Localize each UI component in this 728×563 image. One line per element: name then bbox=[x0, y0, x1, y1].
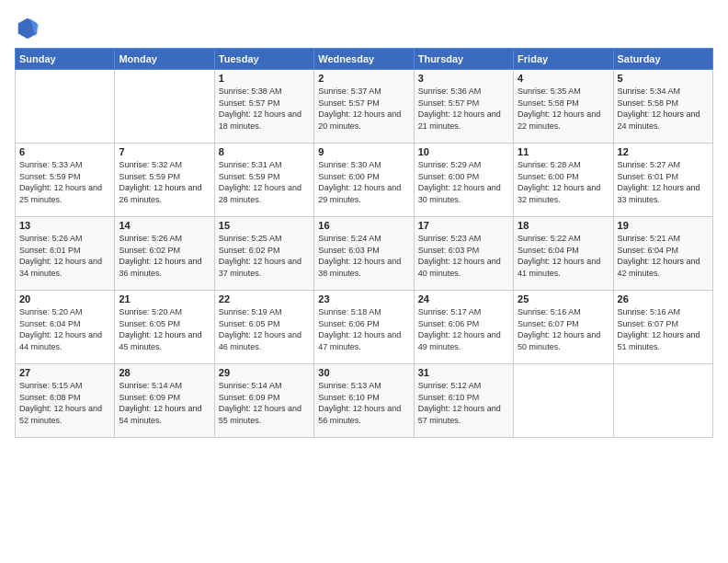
day-info: Sunrise: 5:21 AMSunset: 6:04 PMDaylight:… bbox=[618, 233, 709, 279]
week-row-2: 6Sunrise: 5:33 AMSunset: 5:59 PMDaylight… bbox=[16, 144, 713, 217]
day-number: 24 bbox=[418, 293, 509, 304]
day-cell bbox=[16, 70, 115, 144]
day-number: 31 bbox=[418, 367, 509, 378]
logo-icon bbox=[15, 15, 40, 40]
day-info: Sunrise: 5:31 AMSunset: 5:59 PMDaylight:… bbox=[219, 159, 310, 205]
day-info: Sunrise: 5:22 AMSunset: 6:04 PMDaylight:… bbox=[518, 233, 609, 279]
day-info: Sunrise: 5:16 AMSunset: 6:07 PMDaylight:… bbox=[618, 306, 709, 352]
day-number: 7 bbox=[119, 146, 210, 157]
day-number: 9 bbox=[318, 146, 409, 157]
day-cell bbox=[613, 364, 712, 438]
day-number: 5 bbox=[618, 73, 709, 84]
day-cell: 15Sunrise: 5:25 AMSunset: 6:02 PMDayligh… bbox=[214, 217, 313, 291]
day-number: 8 bbox=[219, 146, 310, 157]
day-number: 22 bbox=[219, 293, 310, 304]
page: SundayMondayTuesdayWednesdayThursdayFrid… bbox=[0, 0, 728, 447]
calendar-table: SundayMondayTuesdayWednesdayThursdayFrid… bbox=[15, 48, 713, 438]
day-cell: 22Sunrise: 5:19 AMSunset: 6:05 PMDayligh… bbox=[214, 291, 313, 364]
day-cell: 30Sunrise: 5:13 AMSunset: 6:10 PMDayligh… bbox=[314, 364, 414, 438]
header bbox=[15, 15, 713, 40]
day-cell: 8Sunrise: 5:31 AMSunset: 5:59 PMDaylight… bbox=[214, 144, 313, 217]
day-info: Sunrise: 5:36 AMSunset: 5:57 PMDaylight:… bbox=[418, 86, 509, 132]
day-info: Sunrise: 5:29 AMSunset: 6:00 PMDaylight:… bbox=[418, 159, 509, 205]
day-number: 14 bbox=[119, 220, 210, 231]
day-number: 26 bbox=[618, 293, 709, 304]
day-cell: 26Sunrise: 5:16 AMSunset: 6:07 PMDayligh… bbox=[613, 291, 712, 364]
day-cell: 11Sunrise: 5:28 AMSunset: 6:00 PMDayligh… bbox=[514, 144, 613, 217]
day-cell: 21Sunrise: 5:20 AMSunset: 6:05 PMDayligh… bbox=[115, 291, 214, 364]
day-cell: 31Sunrise: 5:12 AMSunset: 6:10 PMDayligh… bbox=[414, 364, 513, 438]
day-number: 10 bbox=[418, 146, 509, 157]
day-cell bbox=[115, 70, 214, 144]
day-number: 6 bbox=[19, 146, 110, 157]
day-cell: 12Sunrise: 5:27 AMSunset: 6:01 PMDayligh… bbox=[613, 144, 712, 217]
day-info: Sunrise: 5:32 AMSunset: 5:59 PMDaylight:… bbox=[119, 159, 210, 205]
day-number: 4 bbox=[518, 73, 609, 84]
day-info: Sunrise: 5:35 AMSunset: 5:58 PMDaylight:… bbox=[518, 86, 609, 132]
day-cell: 7Sunrise: 5:32 AMSunset: 5:59 PMDaylight… bbox=[115, 144, 214, 217]
header-row: SundayMondayTuesdayWednesdayThursdayFrid… bbox=[16, 49, 713, 70]
day-number: 29 bbox=[219, 367, 310, 378]
header-day-monday: Monday bbox=[115, 49, 214, 70]
day-info: Sunrise: 5:38 AMSunset: 5:57 PMDaylight:… bbox=[219, 86, 310, 132]
day-number: 19 bbox=[618, 220, 709, 231]
header-day-thursday: Thursday bbox=[414, 49, 513, 70]
day-number: 28 bbox=[119, 367, 210, 378]
day-info: Sunrise: 5:34 AMSunset: 5:58 PMDaylight:… bbox=[618, 86, 709, 132]
day-cell: 5Sunrise: 5:34 AMSunset: 5:58 PMDaylight… bbox=[613, 70, 712, 144]
header-day-sunday: Sunday bbox=[16, 49, 115, 70]
day-info: Sunrise: 5:37 AMSunset: 5:57 PMDaylight:… bbox=[318, 86, 409, 132]
day-number: 12 bbox=[618, 146, 709, 157]
header-day-saturday: Saturday bbox=[613, 49, 712, 70]
header-day-tuesday: Tuesday bbox=[214, 49, 313, 70]
day-info: Sunrise: 5:18 AMSunset: 6:06 PMDaylight:… bbox=[318, 306, 409, 352]
day-number: 20 bbox=[19, 293, 110, 304]
day-cell: 13Sunrise: 5:26 AMSunset: 6:01 PMDayligh… bbox=[16, 217, 115, 291]
day-cell: 10Sunrise: 5:29 AMSunset: 6:00 PMDayligh… bbox=[414, 144, 513, 217]
day-info: Sunrise: 5:30 AMSunset: 6:00 PMDaylight:… bbox=[318, 159, 409, 205]
week-row-5: 27Sunrise: 5:15 AMSunset: 6:08 PMDayligh… bbox=[16, 364, 713, 438]
day-number: 23 bbox=[318, 293, 409, 304]
day-cell: 27Sunrise: 5:15 AMSunset: 6:08 PMDayligh… bbox=[16, 364, 115, 438]
day-cell: 29Sunrise: 5:14 AMSunset: 6:09 PMDayligh… bbox=[214, 364, 313, 438]
day-number: 3 bbox=[418, 73, 509, 84]
day-cell: 4Sunrise: 5:35 AMSunset: 5:58 PMDaylight… bbox=[514, 70, 613, 144]
day-number: 15 bbox=[219, 220, 310, 231]
day-number: 2 bbox=[318, 73, 409, 84]
day-cell: 25Sunrise: 5:16 AMSunset: 6:07 PMDayligh… bbox=[514, 291, 613, 364]
header-day-friday: Friday bbox=[514, 49, 613, 70]
day-info: Sunrise: 5:27 AMSunset: 6:01 PMDaylight:… bbox=[618, 159, 709, 205]
week-row-1: 1Sunrise: 5:38 AMSunset: 5:57 PMDaylight… bbox=[16, 70, 713, 144]
day-info: Sunrise: 5:16 AMSunset: 6:07 PMDaylight:… bbox=[518, 306, 609, 352]
day-number: 17 bbox=[418, 220, 509, 231]
day-number: 30 bbox=[318, 367, 409, 378]
day-cell bbox=[514, 364, 613, 438]
day-cell: 1Sunrise: 5:38 AMSunset: 5:57 PMDaylight… bbox=[214, 70, 313, 144]
day-cell: 6Sunrise: 5:33 AMSunset: 5:59 PMDaylight… bbox=[16, 144, 115, 217]
day-number: 11 bbox=[518, 146, 609, 157]
day-cell: 3Sunrise: 5:36 AMSunset: 5:57 PMDaylight… bbox=[414, 70, 513, 144]
logo bbox=[15, 15, 44, 40]
day-cell: 9Sunrise: 5:30 AMSunset: 6:00 PMDaylight… bbox=[314, 144, 414, 217]
day-cell: 19Sunrise: 5:21 AMSunset: 6:04 PMDayligh… bbox=[613, 217, 712, 291]
day-info: Sunrise: 5:28 AMSunset: 6:00 PMDaylight:… bbox=[518, 159, 609, 205]
day-info: Sunrise: 5:13 AMSunset: 6:10 PMDaylight:… bbox=[318, 380, 409, 426]
day-cell: 17Sunrise: 5:23 AMSunset: 6:03 PMDayligh… bbox=[414, 217, 513, 291]
day-info: Sunrise: 5:14 AMSunset: 6:09 PMDaylight:… bbox=[119, 380, 210, 426]
day-info: Sunrise: 5:23 AMSunset: 6:03 PMDaylight:… bbox=[418, 233, 509, 279]
day-number: 27 bbox=[19, 367, 110, 378]
day-cell: 2Sunrise: 5:37 AMSunset: 5:57 PMDaylight… bbox=[314, 70, 414, 144]
day-info: Sunrise: 5:20 AMSunset: 6:05 PMDaylight:… bbox=[119, 306, 210, 352]
day-info: Sunrise: 5:14 AMSunset: 6:09 PMDaylight:… bbox=[219, 380, 310, 426]
day-info: Sunrise: 5:24 AMSunset: 6:03 PMDaylight:… bbox=[318, 233, 409, 279]
day-cell: 18Sunrise: 5:22 AMSunset: 6:04 PMDayligh… bbox=[514, 217, 613, 291]
day-info: Sunrise: 5:33 AMSunset: 5:59 PMDaylight:… bbox=[19, 159, 110, 205]
day-info: Sunrise: 5:20 AMSunset: 6:04 PMDaylight:… bbox=[19, 306, 110, 352]
day-number: 1 bbox=[219, 73, 310, 84]
day-info: Sunrise: 5:26 AMSunset: 6:01 PMDaylight:… bbox=[19, 233, 110, 279]
day-info: Sunrise: 5:12 AMSunset: 6:10 PMDaylight:… bbox=[418, 380, 509, 426]
day-cell: 16Sunrise: 5:24 AMSunset: 6:03 PMDayligh… bbox=[314, 217, 414, 291]
header-day-wednesday: Wednesday bbox=[314, 49, 414, 70]
day-info: Sunrise: 5:25 AMSunset: 6:02 PMDaylight:… bbox=[219, 233, 310, 279]
day-number: 18 bbox=[518, 220, 609, 231]
